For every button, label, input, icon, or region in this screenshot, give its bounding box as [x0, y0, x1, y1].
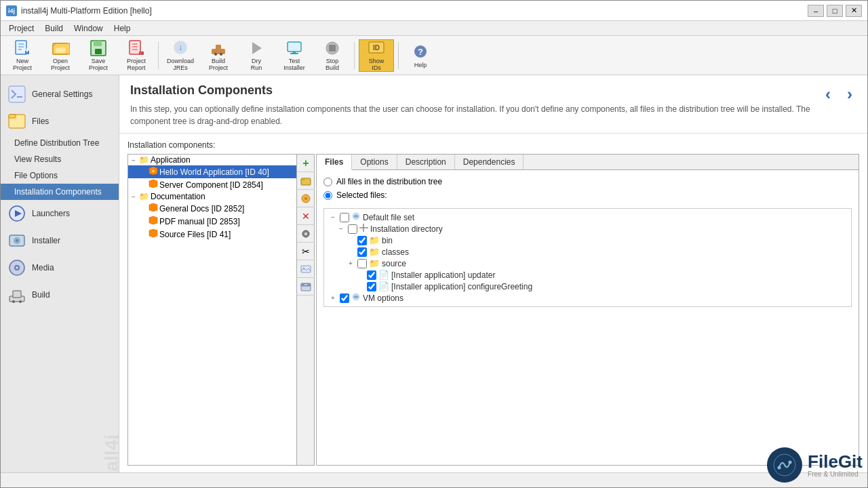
ft-source-icon: 📁 — [369, 258, 380, 268]
svg-marker-54 — [149, 203, 157, 211]
sidebar-item-define-distribution-tree[interactable]: Define Distribution Tree — [1, 135, 119, 151]
sidebar-item-file-options[interactable]: File Options — [1, 167, 119, 184]
test-installer-button[interactable]: TestInstaller — [277, 39, 312, 72]
filegit-logo — [767, 447, 802, 483]
svg-rect-38 — [9, 115, 16, 118]
ft-classes-label: classes — [382, 247, 409, 257]
ft-source-expand[interactable]: + — [346, 260, 355, 267]
show-ids-button[interactable]: ID ShowIDs — [359, 39, 394, 72]
sidebar-item-installer[interactable]: Installer — [1, 227, 119, 254]
component-tree-panel[interactable]: − 📁 Application ✦ Hello World Applicatio… — [127, 154, 297, 466]
ct-documentation-expand[interactable]: − — [130, 193, 138, 201]
ft-source-checkbox[interactable] — [357, 259, 367, 268]
ft-updater[interactable]: 📄 [Installer application] updater — [327, 269, 848, 281]
sidebar-item-build[interactable]: Build — [1, 281, 119, 308]
ft-classes[interactable]: 📁 classes — [327, 246, 848, 258]
ct-source-files[interactable]: Source Files [ID 41] — [128, 228, 296, 241]
component-gear-button[interactable] — [297, 225, 315, 243]
ft-vm-options-icon — [351, 293, 361, 303]
ft-vm-options-checkbox[interactable] — [340, 293, 349, 303]
sidebar-item-media[interactable]: Media — [1, 254, 119, 281]
tab-dependencies[interactable]: Dependencies — [455, 155, 524, 169]
stop-build-button[interactable]: StopBuild — [315, 39, 350, 72]
ft-default-file-set[interactable]: − Default file set — [327, 211, 848, 223]
ic-label: Installation components: — [127, 140, 859, 150]
save-project-button[interactable]: SaveProject — [81, 39, 116, 72]
ft-classes-checkbox[interactable] — [357, 247, 367, 257]
sidebar-item-general-settings[interactable]: General Settings — [1, 81, 119, 108]
menu-window[interactable]: Window — [68, 22, 108, 35]
ft-installation-dir-expand[interactable]: − — [336, 225, 346, 232]
cut-button[interactable]: ✂ — [297, 243, 315, 260]
tab-description[interactable]: Description — [397, 155, 455, 169]
file-tree[interactable]: − Default file set — [323, 208, 852, 307]
ct-hello-world[interactable]: ✦ Hello World Application [ID 40] — [128, 165, 296, 178]
sidebar-item-launchers[interactable]: Launchers — [1, 200, 119, 227]
new-project-button[interactable]: NewProject — [5, 39, 40, 72]
add-component-button[interactable]: + — [297, 155, 315, 172]
help-button[interactable]: ? Help — [403, 39, 438, 72]
close-button[interactable]: ✕ — [846, 5, 862, 17]
ct-application-expand[interactable]: − — [130, 157, 138, 164]
ct-general-docs-icon — [149, 203, 158, 214]
open-project-button[interactable]: OpenProject — [43, 39, 78, 72]
ct-hello-world-label: Hello World Application [ID 40] — [159, 167, 269, 177]
ft-configure-greeting[interactable]: 📄 [Installer application] configureGreet… — [327, 281, 848, 292]
ct-general-docs[interactable]: General Docs [ID 2852] — [128, 202, 296, 215]
component-settings-button[interactable] — [297, 190, 315, 207]
tab-options[interactable]: Options — [352, 155, 397, 169]
radio-all-files[interactable] — [323, 178, 332, 186]
detail-content: All files in the distribution tree Selec… — [317, 170, 859, 465]
ft-source-label: source — [382, 259, 406, 268]
svg-text:↓: ↓ — [178, 43, 182, 52]
ft-default-checkbox[interactable] — [340, 213, 349, 222]
sidebar-item-view-results[interactable]: View Results — [1, 151, 119, 167]
ft-bin-checkbox[interactable] — [357, 236, 367, 245]
ft-bin[interactable]: 📁 bin — [327, 235, 848, 246]
project-report-button[interactable]: ! ProjectReport — [119, 39, 154, 72]
image-button[interactable] — [297, 260, 315, 278]
ct-documentation[interactable]: − 📁 Documentation — [128, 191, 296, 202]
prev-arrow-button[interactable]: ‹ — [818, 85, 837, 104]
ft-vm-options-expand[interactable]: + — [328, 294, 338, 302]
radio-selected-files[interactable] — [323, 191, 332, 200]
radio-all-files-label[interactable]: All files in the distribution tree — [323, 177, 852, 186]
svg-point-49 — [12, 300, 15, 303]
minimize-button[interactable]: – — [808, 5, 824, 17]
ft-installation-dir[interactable]: − Installation directory — [327, 223, 848, 235]
next-arrow-button[interactable]: › — [840, 85, 859, 104]
svg-point-74 — [789, 461, 792, 464]
ct-server-component[interactable]: Server Component [ID 2854] — [128, 178, 296, 191]
detail-panel: Files Options Description Dependencies A… — [316, 154, 859, 466]
build-project-button[interactable]: BuildProject — [201, 39, 236, 72]
add-folder-button[interactable] — [297, 172, 315, 190]
ft-configure-greeting-checkbox[interactable] — [367, 282, 376, 291]
svg-point-73 — [778, 466, 781, 470]
ft-updater-checkbox[interactable] — [367, 270, 376, 280]
delete-component-button[interactable]: ✕ — [297, 207, 315, 225]
ct-application[interactable]: − 📁 Application — [128, 155, 296, 165]
stop-build-icon — [322, 39, 342, 57]
ft-default-expand[interactable]: − — [328, 214, 338, 221]
page-title: Installation Components — [130, 83, 856, 98]
download-jres-icon: ↓ — [170, 39, 191, 57]
download-jres-button[interactable]: ↓ DownloadJREs — [163, 39, 198, 72]
menu-project[interactable]: Project — [3, 22, 39, 35]
ct-pdf-manual[interactable]: PDF manual [ID 2853] — [128, 215, 296, 228]
menu-bar: Project Build Window Help — [1, 21, 867, 36]
help-label: Help — [414, 62, 427, 69]
sidebar-item-installation-components[interactable]: Installation Components — [1, 184, 119, 200]
ft-configure-greeting-icon: 📄 — [378, 281, 389, 291]
tab-files[interactable]: Files — [317, 155, 352, 170]
ct-source-files-label: Source Files [ID 41] — [159, 230, 231, 239]
dry-run-button[interactable]: DryRun — [239, 39, 274, 72]
menu-build[interactable]: Build — [39, 22, 68, 35]
ft-vm-options[interactable]: + VM options — [327, 292, 848, 304]
sidebar-item-files[interactable]: Files — [1, 108, 119, 135]
radio-selected-files-label[interactable]: Selected files: — [323, 190, 852, 200]
maximize-button[interactable]: □ — [827, 5, 843, 17]
ft-installation-dir-checkbox[interactable] — [348, 224, 357, 234]
menu-help[interactable]: Help — [108, 22, 136, 35]
ft-source[interactable]: + 📁 source — [327, 258, 848, 269]
archive-button[interactable] — [297, 278, 315, 296]
